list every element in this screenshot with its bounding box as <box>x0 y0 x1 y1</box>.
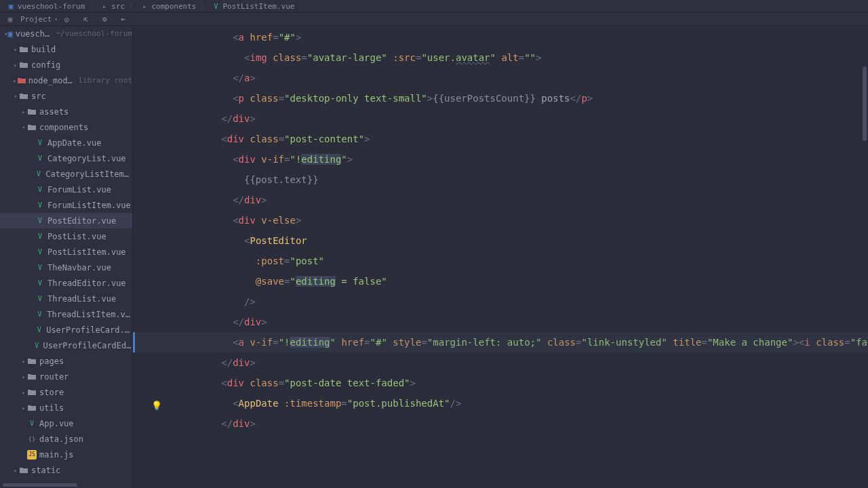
target-icon[interactable]: ◎ <box>62 14 71 24</box>
code-line[interactable]: /> <box>133 291 868 312</box>
breadcrumb-separator: 〉 <box>87 1 98 12</box>
breadcrumb-item[interactable]: VPostListItem.vue <box>209 2 297 11</box>
vue-file-icon: V <box>35 232 45 241</box>
tree-row[interactable]: VForumListItem.vue <box>0 197 132 213</box>
code-line[interactable]: </div> <box>133 413 868 434</box>
tree-label: config <box>31 60 60 70</box>
tree-row[interactable]: VTheNavbar.vue <box>0 260 132 275</box>
tree-row[interactable]: {}data.json <box>0 431 132 447</box>
code-line[interactable]: </div> <box>133 108 868 129</box>
folder-icon <box>19 45 28 54</box>
chevron-right-icon[interactable]: ▸ <box>20 358 27 365</box>
tree-row[interactable]: VThreadListItem.vue <box>0 306 132 322</box>
vue-file-icon: V <box>35 279 45 288</box>
tree-label: utils <box>39 403 64 413</box>
code-line[interactable]: <p class="desktop-only text-small">{{use… <box>133 88 868 108</box>
tree-row[interactable]: ▸router <box>0 369 132 384</box>
tree-row[interactable]: VPostEditor.vue <box>0 213 132 228</box>
code-line[interactable]: {{post.text}} <box>133 169 868 190</box>
chevron-down-icon[interactable]: ▾ <box>20 124 27 131</box>
breadcrumb-item[interactable]: ▸src <box>98 2 127 11</box>
collapse-icon[interactable]: ⇱ <box>81 14 90 24</box>
code-line[interactable]: <a v-if="!editing" href="#" style="margi… <box>133 332 868 352</box>
tree-row[interactable]: ▸store <box>0 384 132 400</box>
tree-row[interactable]: VForumList.vue <box>0 182 132 197</box>
tree-row[interactable]: VAppDate.vue <box>0 135 132 150</box>
project-icon: ▣ <box>7 2 15 10</box>
tree-row[interactable]: ▾src <box>0 88 132 104</box>
code-line[interactable]: @save="editing = false" <box>133 271 868 291</box>
tree-row[interactable]: VThreadList.vue <box>0 291 132 306</box>
chevron-right-icon[interactable]: ▸ <box>12 77 18 84</box>
folder-icon: ▸ <box>140 2 149 10</box>
code-line[interactable]: <div class="post-content"> <box>133 129 868 149</box>
tree-label: PostList.vue <box>47 232 106 241</box>
tree-label: ForumList.vue <box>47 185 111 195</box>
code-line[interactable]: <PostEditor <box>133 230 868 251</box>
vue-file-icon: V <box>35 263 45 272</box>
tree-row[interactable]: ▸utils <box>0 400 132 415</box>
chevron-down-icon[interactable]: ▾ <box>12 93 19 100</box>
tree-label: static <box>31 466 60 475</box>
folder-icon <box>27 388 37 397</box>
chevron-right-icon[interactable]: ▸ <box>12 62 19 68</box>
tree-label: store <box>39 388 64 397</box>
code-line[interactable]: <AppDate :timestamp="post.publishedAt"/> <box>133 393 868 413</box>
vue-file-icon: V <box>35 201 45 210</box>
tree-label: components <box>39 123 88 132</box>
code-line[interactable]: <img class="avatar-large" :src="user.ava… <box>133 47 868 68</box>
chevron-right-icon[interactable]: ▸ <box>12 46 19 53</box>
tree-label: TheNavbar.vue <box>47 263 111 272</box>
code-line[interactable]: <div v-else> <box>133 210 868 230</box>
folder-excluded-icon <box>18 76 26 85</box>
breadcrumb-item[interactable]: ▣vueschool-forum <box>4 2 87 11</box>
chevron-right-icon[interactable]: ▸ <box>12 467 19 474</box>
chevron-right-icon[interactable]: ▸ <box>20 373 27 380</box>
project-tree[interactable]: ▾▣vueschool-forum~/vueschool-forum▸build… <box>0 26 133 488</box>
hide-icon[interactable]: ⇤ <box>119 14 128 24</box>
tree-row[interactable]: VUserProfileCard.vue <box>0 322 132 338</box>
code-line[interactable]: <div v-if="!editing"> <box>133 149 868 169</box>
tree-row[interactable]: ▸node_moduleslibrary root <box>0 73 132 88</box>
tree-row[interactable]: VPostList.vue <box>0 228 132 244</box>
tree-row[interactable]: VUserProfileCardEditor.vue <box>0 338 132 353</box>
code-line[interactable]: </div> <box>133 312 868 332</box>
sidebar-scrollbar[interactable] <box>3 483 77 487</box>
tree-row[interactable]: ▸static <box>0 462 132 478</box>
tree-row[interactable]: VCategoryList.vue <box>0 150 132 166</box>
tree-label: CategoryList.vue <box>47 154 126 163</box>
tree-row[interactable]: VPostListItem.vue <box>0 244 132 260</box>
tree-row[interactable]: JSmain.js <box>0 447 132 462</box>
code-line[interactable]: </div> <box>133 190 868 210</box>
breadcrumb-label: PostListItem.vue <box>222 2 294 11</box>
chevron-right-icon[interactable]: ▸ <box>20 108 27 115</box>
chevron-right-icon[interactable]: ▸ <box>20 405 27 411</box>
editor-scrollbar[interactable] <box>863 66 867 141</box>
tree-row[interactable]: ▾components <box>0 119 132 135</box>
tree-hint: ~/vueschool-forum <box>56 29 132 38</box>
tree-row[interactable]: ▸build <box>0 41 132 57</box>
tree-row[interactable]: ▸assets <box>0 104 132 119</box>
project-view-dropdown[interactable]: ▣ Project ▾ <box>5 14 58 24</box>
code-editor[interactable]: 💡 <a href="#"> <img class="avatar-large"… <box>133 26 868 488</box>
tree-row[interactable]: VCategoryListItem.vue <box>0 166 132 182</box>
tree-row[interactable]: VApp.vue <box>0 415 132 431</box>
tree-row[interactable]: ▸config <box>0 57 132 73</box>
code-line[interactable]: <div class="post-date text-faded"> <box>133 373 868 393</box>
tree-row[interactable]: ▸pages <box>0 353 132 369</box>
folder-icon: ▸ <box>100 2 108 10</box>
breadcrumbs: ▣vueschool-forum〉▸src〉▸components〉VPostL… <box>4 1 297 12</box>
code-line[interactable]: </a> <box>133 68 868 88</box>
vue-file-icon: V <box>35 185 45 195</box>
breadcrumb-item[interactable]: ▸components <box>138 2 199 11</box>
folder-icon <box>27 357 37 366</box>
code-line[interactable]: </div> <box>133 352 868 373</box>
chevron-right-icon[interactable]: ▸ <box>20 389 27 396</box>
code-line[interactable]: <a href="#"> <box>133 27 868 47</box>
code-line[interactable]: :post="post" <box>133 251 868 271</box>
tree-row[interactable]: VThreadEditor.vue <box>0 275 132 291</box>
settings-icon[interactable]: ⚙ <box>100 14 109 24</box>
vue-file-icon: V <box>212 2 220 10</box>
folder-icon <box>19 466 28 475</box>
tree-row[interactable]: ▾▣vueschool-forum~/vueschool-forum <box>0 26 132 41</box>
